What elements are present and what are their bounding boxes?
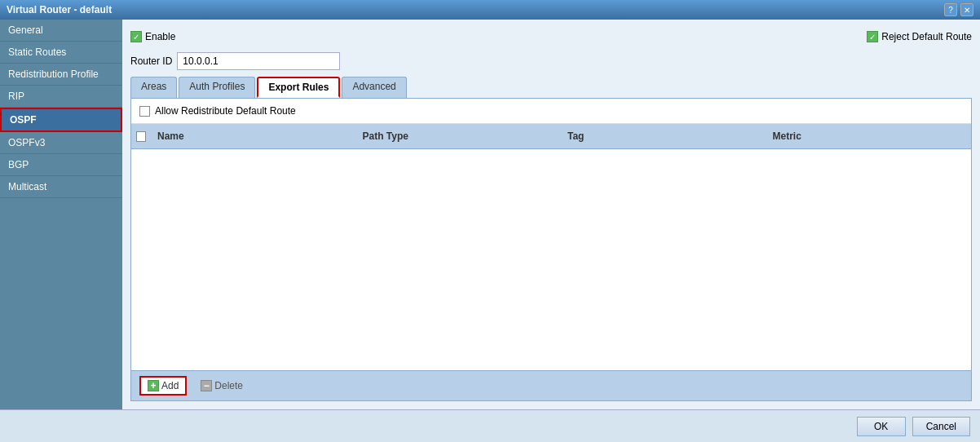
close-icon[interactable]: ✕ — [960, 3, 973, 16]
delete-label: Delete — [214, 380, 243, 391]
cancel-button[interactable]: Cancel — [912, 417, 970, 436]
add-icon: + — [148, 380, 159, 391]
bottom-bar: OK Cancel — [0, 409, 980, 442]
sidebar-item-ospf[interactable]: OSPF — [0, 108, 122, 132]
table-body — [131, 149, 971, 370]
panel-footer: + Add − Delete — [131, 370, 971, 400]
delete-icon: − — [201, 380, 212, 391]
sidebar: General Static Routes Redistribution Pro… — [0, 20, 122, 409]
add-button[interactable]: + Add — [139, 376, 187, 396]
table-select-all-checkbox[interactable] — [136, 131, 146, 142]
router-id-input[interactable] — [177, 52, 340, 70]
top-left: ✓ Enable — [130, 31, 175, 42]
reject-default-route-checkbox[interactable]: ✓ — [867, 31, 878, 42]
tab-auth-profiles[interactable]: Auth Profiles — [179, 77, 255, 98]
allow-redistribute-checkbox[interactable] — [139, 106, 150, 117]
window-title: Virtual Router - default — [7, 4, 112, 15]
top-right: ✓ Reject Default Route — [867, 31, 972, 42]
sidebar-item-static-routes[interactable]: Static Routes — [0, 42, 122, 64]
main-content: General Static Routes Redistribution Pro… — [0, 20, 980, 409]
table-header-path-type: Path Type — [356, 127, 562, 145]
content-area: ✓ Enable ✓ Reject Default Route Router I… — [122, 20, 980, 409]
tab-advanced[interactable]: Advanced — [342, 77, 406, 98]
panel: Allow Redistribute Default Route Name Pa… — [130, 98, 972, 401]
help-icon[interactable]: ? — [944, 3, 957, 16]
sidebar-item-redistribution-profile[interactable]: Redistribution Profile — [0, 64, 122, 86]
table-header-name: Name — [151, 127, 356, 145]
table-header-checkbox-cell — [131, 127, 151, 145]
title-bar-icons: ? ✕ — [944, 3, 973, 16]
top-controls: ✓ Enable ✓ Reject Default Route — [130, 28, 972, 46]
enable-text: Enable — [145, 31, 175, 42]
enable-checkbox[interactable]: ✓ — [130, 31, 142, 42]
sidebar-item-general[interactable]: General — [0, 20, 122, 42]
router-id-label: Router ID — [130, 55, 172, 67]
enable-label[interactable]: ✓ Enable — [130, 31, 175, 42]
main-window: Virtual Router - default ? ✕ General Sta… — [0, 0, 980, 442]
sidebar-item-multicast[interactable]: Multicast — [0, 176, 122, 198]
ok-button[interactable]: OK — [857, 417, 906, 436]
panel-toolbar: Allow Redistribute Default Route — [131, 99, 971, 124]
delete-button[interactable]: − Delete — [193, 377, 250, 395]
router-id-row: Router ID — [130, 52, 972, 70]
reject-default-route-text: Reject Default Route — [881, 31, 972, 42]
allow-redistribute-label: Allow Redistribute Default Route — [155, 105, 296, 117]
add-label: Add — [161, 380, 179, 391]
sidebar-item-bgp[interactable]: BGP — [0, 154, 122, 176]
tabs-container: Areas Auth Profiles Export Rules Advance… — [130, 77, 972, 98]
title-bar: Virtual Router - default ? ✕ — [0, 0, 980, 20]
table-header-tag: Tag — [561, 127, 766, 145]
reject-default-route-label[interactable]: ✓ Reject Default Route — [867, 31, 972, 42]
sidebar-item-ospfv3[interactable]: OSPFv3 — [0, 132, 122, 154]
sidebar-item-rip[interactable]: RIP — [0, 86, 122, 108]
table-header: Name Path Type Tag Metric — [131, 124, 971, 149]
tab-export-rules[interactable]: Export Rules — [257, 77, 340, 98]
tab-areas[interactable]: Areas — [130, 77, 177, 98]
table-header-metric: Metric — [766, 127, 972, 145]
